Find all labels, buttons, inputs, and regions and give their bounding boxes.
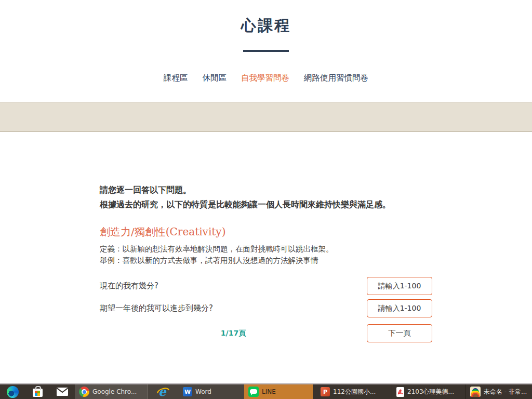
hero-banner (0, 102, 532, 132)
survey-content: 請您逐一回答以下問題。 根據過去的研究，以下的特質是比較能夠讓一個人長時間來維持… (100, 132, 432, 342)
taskbar-line-label: LINE (262, 388, 276, 395)
taskbar-photoimpact-button[interactable]: 未命名 - 非常... (466, 384, 532, 399)
microsoft-store-icon (33, 389, 43, 397)
taskbar-mail-button[interactable] (50, 384, 75, 399)
question-row-expected-score: 期望一年後的我可以進步到幾分? (100, 299, 432, 317)
taskbar-edge-button[interactable] (0, 384, 25, 399)
expected-score-input[interactable] (367, 299, 432, 317)
taskbar-chrome-label: Google Chro... (92, 388, 137, 395)
taskbar-powerpoint-label: 112公園國小... (333, 388, 376, 396)
taskbar-pdf-label: 2103心理美德... (407, 388, 454, 396)
pagination-row: 1/17頁 下一頁 (100, 324, 432, 342)
title-underline (243, 50, 289, 52)
question-row-current-score: 現在的我有幾分? (100, 277, 432, 295)
trait-definition: 定義：以新穎的想法有效率地解決問題，在面對挑戰時可以跳出框架。 (100, 244, 432, 255)
current-score-input[interactable] (367, 277, 432, 295)
trait-example: 舉例：喜歡以新的方式去做事，試著用別人沒想過的方法解決事情 (100, 255, 432, 267)
next-page-button[interactable]: 下一頁 (367, 324, 432, 342)
nav-item-course-area[interactable]: 課程區 (164, 73, 188, 84)
svg-text:e: e (158, 385, 167, 398)
word-icon: W (183, 387, 192, 396)
nav-item-self-learning-questionnaire[interactable]: 自我學習問卷 (241, 73, 289, 84)
trait-heading: 創造力/獨創性(Creativity) (100, 225, 432, 239)
trait-heading-en: (Creativity) (166, 225, 226, 238)
taskbar-pdf-button[interactable]: 2103心理美德... (392, 384, 466, 399)
taskbar-internet-explorer-button[interactable]: e (148, 384, 179, 399)
internet-explorer-icon: e (156, 385, 170, 398)
survey-intro-line2: 根據過去的研究，以下的特質是比較能夠讓一個人長時間來維持快樂與滿足感。 (100, 197, 432, 212)
mail-icon (57, 388, 68, 396)
question-label-current-score: 現在的我有幾分? (100, 281, 367, 291)
pdf-icon (396, 387, 404, 397)
windows-taskbar: Google Chro... e W Word LINE P 112公園國小..… (0, 383, 532, 399)
taskbar-chrome-button[interactable]: Google Chro... (75, 384, 148, 399)
page-title: 心課程 (0, 0, 532, 36)
powerpoint-icon: P (321, 387, 330, 396)
edge-icon (7, 386, 19, 398)
nav-item-internet-usage-questionnaire[interactable]: 網路使用習慣問卷 (304, 73, 368, 84)
line-icon (248, 387, 259, 397)
photoimpact-icon (470, 387, 481, 397)
taskbar-word-label: Word (195, 388, 211, 395)
taskbar-powerpoint-button[interactable]: P 112公園國小... (313, 384, 392, 399)
page-indicator: 1/17頁 (221, 329, 246, 337)
survey-intro-line1: 請您逐一回答以下問題。 (100, 183, 432, 197)
trait-heading-zh: 創造力/獨創性 (100, 225, 166, 238)
main-nav: 課程區 休閒區 自我學習問卷 網路使用習慣問卷 (0, 73, 532, 84)
question-label-expected-score: 期望一年後的我可以進步到幾分? (100, 303, 367, 313)
chrome-icon (79, 387, 89, 397)
taskbar-word-button[interactable]: W Word (179, 384, 244, 399)
site-header: 心課程 課程區 休閒區 自我學習問卷 網路使用習慣問卷 (0, 0, 532, 84)
taskbar-photoimpact-label: 未命名 - 非常... (484, 388, 527, 396)
taskbar-line-button[interactable]: LINE (244, 384, 313, 399)
nav-item-leisure-area[interactable]: 休閒區 (203, 73, 227, 84)
taskbar-store-button[interactable] (25, 384, 50, 399)
